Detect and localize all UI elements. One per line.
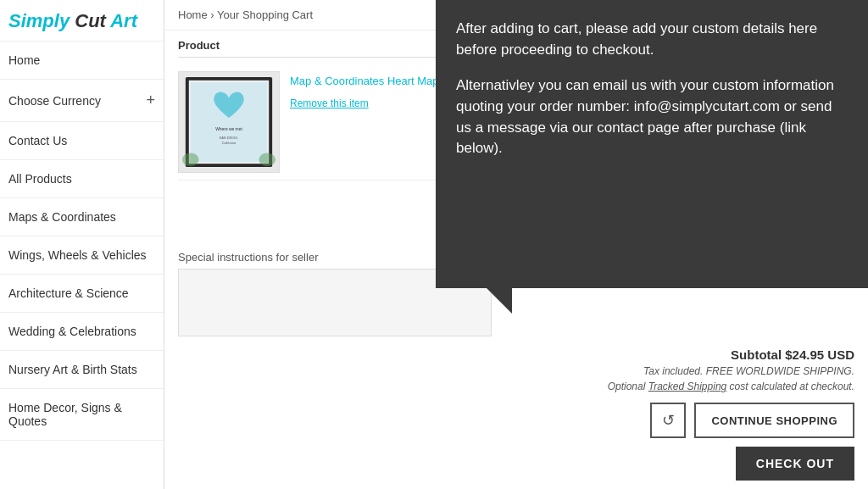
sidebar-item-architecture[interactable]: Architecture & Science [0,275,164,313]
checkout-button[interactable]: CHECK OUT [736,447,854,481]
logo-cut: Cut [70,10,110,31]
breadcrumb-current: Your Shopping Cart [217,8,313,21]
plus-icon: + [146,92,155,109]
continue-shopping-button[interactable]: CONTINUE SHOPPING [694,403,854,438]
sidebar-item-home-decor[interactable]: Home Decor, Signs & Quotes [0,389,164,441]
svg-text:Where we met: Where we met [215,127,242,131]
product-image: Where we met SAN DIEGO, California [178,71,280,173]
sidebar-item-nursery[interactable]: Nursery Art & Birth Stats [0,351,164,389]
sidebar: Simply Cut Art Home Choose Currency + Co… [0,0,164,489]
sidebar-item-wings[interactable]: Wings, Wheels & Vehicles [0,236,164,275]
tooltip-line2: Alternativley you can email us with your… [456,75,848,159]
sidebar-item-currency[interactable]: Choose Currency + [0,80,164,122]
product-thumbnail: Where we met SAN DIEGO, California [179,72,279,172]
svg-rect-3 [191,82,267,162]
tooltip-triangle [487,288,512,314]
logo-simply: Simply [8,10,70,31]
svg-point-7 [182,153,199,166]
refresh-button[interactable]: ↺ [650,403,686,438]
breadcrumb-home[interactable]: Home [178,8,208,21]
tax-line: Tax included. FREE WORLDWIDE SHIPPING. [643,365,854,377]
bottom-area: Subtotal $24.95 USD Tax included. FREE W… [164,339,868,489]
svg-text:SAN DIEGO,: SAN DIEGO, [220,136,239,140]
tooltip-line1: After adding to cart, please add your cu… [456,19,848,60]
shipping-line: Optional Tracked Shipping cost calculate… [608,381,854,392]
tooltip-overlay: After adding to cart, please add your cu… [436,0,868,288]
buttons-row: ↺ CONTINUE SHOPPING [650,403,854,438]
sidebar-item-wedding[interactable]: Wedding & Celebrations [0,313,164,351]
tracked-shipping-link[interactable]: Tracked Shipping [648,381,727,392]
sidebar-item-maps[interactable]: Maps & Coordinates [0,198,164,236]
subtotal-line: Subtotal $24.95 USD [731,347,854,362]
svg-point-8 [259,153,275,166]
remove-item-link[interactable]: Remove this item [290,97,369,109]
logo: Simply Cut Art [0,0,164,42]
logo-art: Art [110,10,137,31]
sidebar-item-contact[interactable]: Contact Us [0,122,164,160]
sidebar-item-home[interactable]: Home [0,42,164,80]
sidebar-nav: Home Choose Currency + Contact Us All Pr… [0,42,164,441]
svg-text:California: California [222,141,236,145]
sidebar-item-products[interactable]: All Products [0,160,164,198]
